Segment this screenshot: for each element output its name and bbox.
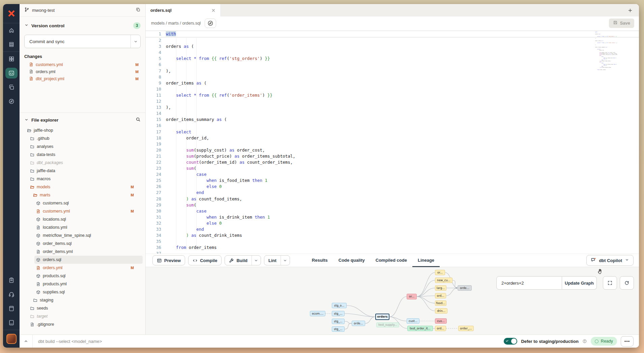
code-line-3: 3orders as (: [146, 43, 639, 50]
rail-item-home[interactable]: [3, 23, 20, 37]
rail-item-clipboard[interactable]: [3, 273, 20, 287]
changed-file-customers.yml[interactable]: customers.yml M: [20, 61, 145, 68]
copy-icon[interactable]: [136, 7, 141, 13]
lineage-node-cust[interactable]: cust...: [407, 318, 419, 324]
lineage-node-stg4[interactable]: stg_...: [332, 326, 345, 332]
preview-button[interactable]: Preview: [152, 255, 185, 265]
tree-item-.gitignore[interactable]: .gitignore: [20, 320, 145, 328]
chevron-down-icon[interactable]: [131, 39, 140, 44]
save-label: Save: [620, 21, 630, 26]
lineage-selector-input[interactable]: 2+orders+2: [496, 276, 562, 290]
compile-button[interactable]: Compile: [188, 255, 222, 265]
command-input[interactable]: dbt build --select <model_name>: [38, 339, 102, 344]
tab-compiled-code[interactable]: Compiled code: [370, 254, 412, 267]
tree-item-staging[interactable]: staging: [20, 296, 145, 304]
tree-item-marts[interactable]: martsM: [20, 191, 145, 199]
tree-item-seeds[interactable]: seeds: [20, 304, 145, 312]
tree-item-metricflow_time_spine.sql[interactable]: metricflow_time_spine.sql: [20, 231, 145, 239]
lineage-node-orPink[interactable]: or...: [407, 294, 417, 299]
tree-item-label: jaffle-data: [37, 168, 55, 173]
rail-item-grid[interactable]: [3, 52, 20, 66]
new-tab-button[interactable]: [627, 4, 633, 17]
tree-item-jaffle-data[interactable]: jaffle-data: [20, 167, 145, 175]
lineage-node-orderY[interactable]: order_...: [458, 326, 474, 331]
fullscreen-button[interactable]: [603, 276, 617, 290]
tree-item-orders.yml[interactable]: orders.ymlM: [20, 264, 145, 272]
lineage-node-testSupply[interactable]: test_supply...: [376, 322, 399, 327]
changed-file-dbt_project.yml[interactable]: dbt_project.yml M: [20, 75, 145, 82]
tab-title: orders.sql: [150, 8, 211, 13]
tree-item-.github[interactable]: .github: [20, 134, 145, 142]
commit-and-sync-button[interactable]: Commit and sync: [24, 35, 141, 48]
tree-item-analyses[interactable]: analyses: [20, 142, 145, 151]
changed-file-label: dbt_project.yml: [36, 76, 64, 81]
rail-item-compass[interactable]: [3, 94, 20, 108]
chevron-down-icon[interactable]: [281, 256, 290, 265]
rail-item-dbt-logo[interactable]: [3, 4, 20, 23]
defer-toggle[interactable]: [504, 338, 517, 345]
lineage-node-y3[interactable]: larg...: [435, 285, 446, 291]
rail-item-windows[interactable]: [3, 80, 20, 94]
tree-item-products.yml[interactable]: products.yml: [20, 280, 145, 288]
tree-item-customers.yml[interactable]: customers.ymlM: [20, 207, 145, 215]
rail-item-notebook[interactable]: [3, 301, 20, 316]
file-explorer-header[interactable]: File explorer: [24, 117, 141, 123]
rail-item-user[interactable]: [3, 330, 20, 348]
save-button[interactable]: Save: [609, 19, 634, 28]
tree-item-locations.sql[interactable]: locations.sql: [20, 215, 145, 223]
code-editor[interactable]: 1with23orders as (45 select * from {{ re…: [146, 30, 639, 254]
lineage-node-cusPink[interactable]: cus...: [435, 318, 447, 324]
tree-item-supplies.sql[interactable]: supplies.sql: [20, 288, 145, 296]
lineage-node-orders[interactable]: orders: [375, 314, 389, 320]
lineage-node-ordeL[interactable]: orde...: [352, 321, 365, 326]
lineage-node-grayOrde[interactable]: orde...: [458, 285, 472, 291]
open-lineage-icon-button[interactable]: [205, 19, 216, 28]
lineage-node-y1[interactable]: or...: [435, 270, 445, 275]
tab-results[interactable]: Results: [306, 254, 333, 267]
dbt-copilot-button[interactable]: dbt Copilot: [586, 255, 634, 266]
tree-item-order_items.sql[interactable]: order_items.sql: [20, 239, 145, 248]
rail-item-headset[interactable]: [3, 287, 20, 301]
lineage-node-y5[interactable]: food...: [435, 300, 446, 306]
rail-item-code-editor[interactable]: [3, 66, 20, 80]
search-icon[interactable]: [136, 117, 141, 123]
tree-item-macros[interactable]: macros: [20, 175, 145, 183]
version-control-header[interactable]: Version control 3: [24, 22, 141, 29]
lineage-node-y6[interactable]: drin...: [435, 308, 447, 314]
tree-item-jaffle-shop[interactable]: jaffle-shop: [20, 126, 145, 134]
editor-minimap[interactable]: with orders as ( select * from {{ ref('s…: [595, 32, 617, 71]
tab-code-quality[interactable]: Code quality: [333, 254, 370, 267]
info-icon[interactable]: [582, 339, 587, 344]
lineage-panel[interactable]: 2+orders+2 Update Graph ecom....stg_o...…: [146, 267, 639, 334]
changed-file-orders.yml[interactable]: orders.yml M: [20, 68, 145, 75]
lint-button[interactable]: Lint: [264, 255, 290, 265]
lineage-node-ecom[interactable]: ecom....: [310, 311, 325, 316]
tab-orders-sql[interactable]: orders.sql: [146, 4, 221, 17]
lineage-node-testOrder[interactable]: test_order_it...: [407, 326, 433, 331]
lineage-node-y4[interactable]: ord...: [435, 293, 446, 298]
tree-item-products.sql[interactable]: products.sql: [20, 272, 145, 280]
lineage-node-stg1[interactable]: stg_o...: [332, 303, 347, 308]
refresh-button[interactable]: [620, 276, 634, 290]
lineage-node-yOrd[interactable]: ord...: [435, 326, 446, 331]
tree-item-locations.yml[interactable]: locations.yml: [20, 223, 145, 231]
lineage-node-y2[interactable]: new_cu...: [435, 278, 452, 283]
chevron-up-icon[interactable]: [20, 339, 32, 344]
update-graph-button[interactable]: Update Graph: [562, 276, 597, 290]
tree-item-order_items.yml[interactable]: order_items.yml: [20, 248, 145, 256]
chevron-down-icon[interactable]: [252, 256, 261, 265]
close-icon[interactable]: [211, 8, 216, 13]
tree-item-models[interactable]: modelsM: [20, 183, 145, 191]
tree-item-orders.sql[interactable]: orders.sql: [34, 256, 143, 264]
build-button[interactable]: Build: [225, 255, 261, 265]
tree-item-customers.sql[interactable]: customers.sql: [20, 199, 145, 207]
rail-item-keypad[interactable]: [3, 316, 20, 330]
tab-lineage[interactable]: Lineage: [412, 254, 440, 267]
tree-item-data-tests[interactable]: data-tests: [20, 151, 145, 159]
rail-item-stack[interactable]: [3, 37, 20, 52]
tree-item-dbt_packages[interactable]: dbt_packages: [20, 159, 145, 167]
lineage-node-stg3[interactable]: stg_...: [332, 319, 345, 324]
more-options-button[interactable]: •••: [621, 336, 634, 347]
lineage-node-stg2[interactable]: stg_...: [332, 311, 345, 316]
tree-item-target[interactable]: target: [20, 312, 145, 320]
